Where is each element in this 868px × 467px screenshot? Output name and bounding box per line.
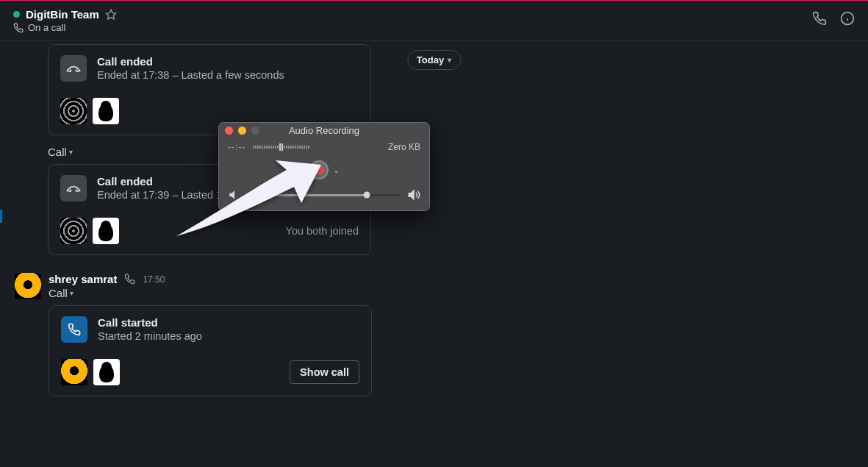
caret-down-icon: ▾ — [70, 289, 73, 297]
info-icon[interactable] — [840, 11, 855, 26]
date-label: Today — [417, 54, 444, 65]
call-ended-icon — [60, 175, 87, 202]
call-subtitle: Started 2 minutes ago — [98, 330, 202, 342]
record-button[interactable] — [309, 160, 329, 179]
call-icon[interactable] — [812, 11, 827, 26]
avatar[interactable] — [60, 218, 87, 244]
record-icon — [315, 165, 323, 174]
speaker-high-icon — [407, 188, 420, 202]
call-label[interactable]: Call ▾ — [49, 287, 868, 299]
caret-down-icon: ▾ — [69, 148, 73, 156]
star-icon[interactable] — [105, 9, 117, 21]
message-header: shrey samrat 17:50 — [49, 273, 868, 285]
channel-title-row[interactable]: DigitBin Team — [13, 8, 117, 21]
message-username[interactable]: shrey samrat — [49, 273, 117, 285]
recording-size: Zero KB — [388, 142, 420, 152]
chevron-down-icon[interactable]: ⌄ — [333, 165, 340, 175]
channel-name: DigitBin Team — [26, 8, 99, 21]
header-actions — [812, 8, 855, 26]
avatar[interactable] — [61, 359, 87, 385]
presence-indicator — [13, 11, 20, 18]
call-title: Call ended — [97, 55, 284, 68]
message-row: shrey samrat 17:50 Call ▾ Call started S… — [0, 273, 868, 407]
call-card-started: Call started Started 2 minutes ago Show … — [49, 305, 372, 396]
window-title: Audio Recording — [219, 125, 429, 136]
call-ended-icon — [60, 55, 87, 82]
call-title: Call started — [98, 316, 202, 329]
call-label-text: Call — [48, 146, 67, 158]
message-timestamp: 17:50 — [143, 274, 165, 285]
audio-recording-window[interactable]: Audio Recording --:-- Zero KB ⌄ — [218, 122, 430, 211]
avatar[interactable] — [93, 98, 119, 124]
header-subtitle: On a call — [13, 22, 117, 33]
waveform-display — [253, 143, 381, 151]
avatar[interactable] — [93, 359, 120, 385]
call-label-text: Call — [49, 287, 68, 299]
participant-avatars — [61, 359, 120, 385]
show-call-button[interactable]: Show call — [290, 360, 359, 384]
window-titlebar[interactable]: Audio Recording — [219, 123, 429, 138]
channel-header: DigitBin Team On a call — [0, 1, 868, 41]
header-left: DigitBin Team On a call — [13, 8, 117, 33]
call-subtitle: Ended at 17:38 – Lasted a few seconds — [97, 69, 284, 81]
call-started-icon — [61, 316, 87, 343]
subtitle-text: On a call — [28, 22, 65, 33]
speaker-low-icon — [228, 188, 241, 202]
chevron-down-icon: ▾ — [448, 56, 451, 64]
volume-slider[interactable] — [248, 194, 400, 196]
recording-elapsed: --:-- — [228, 142, 245, 152]
avatar[interactable] — [93, 218, 119, 244]
date-divider[interactable]: Today ▾ — [407, 50, 461, 70]
user-avatar[interactable] — [15, 273, 41, 299]
phone-icon — [13, 23, 24, 33]
svg-marker-0 — [106, 10, 115, 19]
phone-icon — [124, 274, 135, 285]
avatar[interactable] — [60, 98, 87, 124]
participant-avatars — [60, 98, 119, 124]
joined-status: You both joined — [286, 225, 359, 237]
participant-avatars — [60, 218, 119, 244]
message-list: Today ▾ Call ended Ended at 17:38 – Last… — [0, 41, 868, 407]
